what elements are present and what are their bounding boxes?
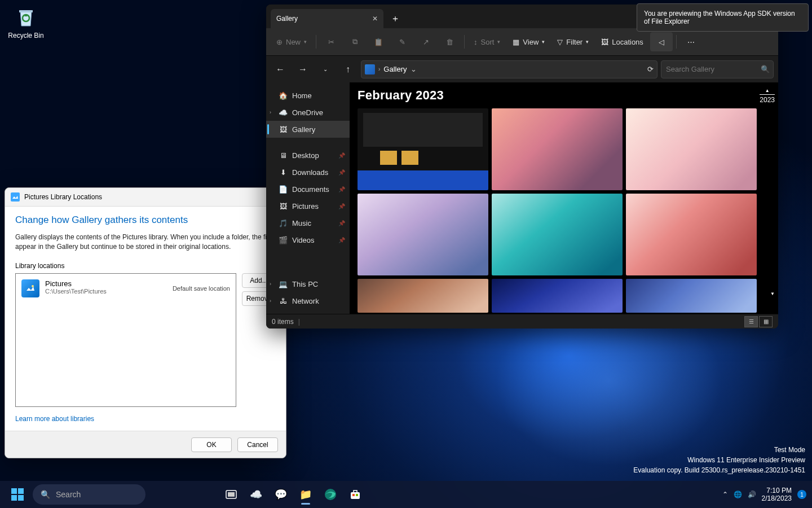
chevron-right-icon[interactable]: › [270,110,271,115]
refresh-button[interactable]: ⟳ [647,65,654,73]
pictures-icon [11,192,20,202]
svg-rect-2 [25,283,36,294]
chevron-right-icon[interactable]: › [270,298,271,304]
desktop-watermark: Test Mode Windows 11 Enterprise Insider … [633,445,805,475]
thumbnails-view-toggle[interactable]: ▦ [759,316,773,327]
search-box[interactable]: 🔍 [661,60,774,78]
file-explorer-taskbar[interactable]: 📁 [294,483,317,506]
thumbnail[interactable] [626,108,757,190]
pin-icon[interactable]: 📌 [338,203,345,209]
close-tab-icon[interactable]: ✕ [372,15,378,23]
copy-button[interactable]: ⧉ [343,32,366,51]
start-button[interactable] [6,483,29,506]
view-button[interactable]: ▦ View ▾ [507,32,550,51]
delete-button[interactable]: 🗑 [438,32,461,51]
thumbnail[interactable] [358,194,488,275]
thumbnail-grid [358,108,770,313]
svg-rect-6 [11,495,17,501]
pin-icon[interactable]: 📌 [338,237,345,243]
thumbnail[interactable] [626,279,757,313]
store-taskbar[interactable] [344,483,367,506]
triangle-up-icon[interactable]: ▲ [760,88,775,93]
clock[interactable]: 7:10 PM 2/18/2023 [762,487,792,503]
recent-button[interactable]: ⌄ [316,60,335,79]
locations-button[interactable]: 🖼 Locations [595,32,649,51]
share-button[interactable]: ↗ [414,32,437,51]
widgets-button[interactable]: ☁️ [245,483,267,506]
nav-videos[interactable]: 🎬Videos📌 [266,231,350,248]
new-tab-button[interactable]: ＋ [386,9,405,28]
language-icon[interactable]: 🌐 [734,491,742,498]
dialog-title: Pictures Library Locations [24,193,102,201]
nav-onedrive[interactable]: ›☁️OneDrive [266,104,350,121]
learn-more-link[interactable]: Learn more about libraries [15,415,276,423]
more-button[interactable]: ⋯ [680,32,703,51]
location-item[interactable]: Pictures C:\Users\Test\Pictures Default … [19,277,232,300]
weather-icon: ☁️ [250,488,262,501]
recycle-bin[interactable]: Recycle Bin [5,5,47,40]
pin-icon[interactable]: 📌 [338,220,345,226]
pc-icon: 💻 [279,279,288,288]
pin-icon[interactable]: 📌 [338,152,345,159]
tab-gallery[interactable]: Gallery ✕ [271,9,383,28]
thumbnail[interactable] [358,279,488,313]
rename-icon: ✎ [399,38,405,46]
chevron-down-icon: ▾ [542,39,545,45]
triangle-down-icon[interactable]: ▼ [770,291,775,296]
network-icon: 🖧 [279,296,288,305]
timeline-scrubber[interactable]: ▲ 2023 ▼ [760,88,775,104]
thumbnail[interactable] [492,194,623,275]
svg-rect-13 [356,494,358,496]
search-input[interactable] [666,65,761,73]
pin-icon[interactable]: 📌 [338,186,345,192]
address-dropdown-icon[interactable]: ⌄ [411,65,417,73]
nav-downloads[interactable]: ⬇Downloads📌 [266,164,350,181]
nav-pictures[interactable]: 🖼Pictures📌 [266,198,350,214]
tray-overflow[interactable]: ⌃ [722,491,728,498]
nav-documents[interactable]: 📄Documents📌 [266,181,350,198]
chat-button[interactable]: 💬 [270,483,292,506]
volume-icon[interactable]: 🔊 [748,491,756,498]
locations-listbox[interactable]: Pictures C:\Users\Test\Pictures Default … [15,273,236,407]
slideshow-icon: ◁ [659,38,664,46]
back-button[interactable]: ← [271,60,290,79]
svg-point-3 [32,285,34,287]
task-view-button[interactable] [220,483,242,506]
ok-button[interactable]: OK [191,437,232,452]
pin-icon[interactable]: 📌 [338,169,345,176]
nav-gallery[interactable]: 🖼Gallery [266,121,350,138]
nav-network[interactable]: ›🖧Network [266,292,350,309]
notification-badge[interactable]: 1 [797,490,806,499]
edge-taskbar[interactable] [319,483,342,506]
up-button[interactable]: ↑ [338,60,358,79]
thumbnail[interactable] [492,279,623,313]
breadcrumb[interactable]: Gallery [383,65,407,73]
dialog-heading: Change how Gallery gathers its contents [15,214,276,226]
address-bar[interactable]: › Gallery ⌄ ⟳ [361,60,657,78]
paste-button[interactable]: 📋 [367,32,390,51]
taskbar-search[interactable]: 🔍 Search [33,484,145,505]
forward-button[interactable]: → [293,60,312,79]
cut-button[interactable]: ✂ [320,32,342,51]
toolbar: ⊕ New ▾ ✂ ⧉ 📋 ✎ ↗ 🗑 ↕ Sort ▾ ▦ View ▾ ▽ … [266,28,778,55]
recycle-bin-icon [14,5,38,29]
new-button[interactable]: ⊕ New ▾ [271,32,312,51]
rename-button[interactable]: ✎ [391,32,413,51]
search-icon: 🔍 [761,65,770,73]
nav-desktop[interactable]: 🖥Desktop📌 [266,147,350,164]
nav-thispc[interactable]: ›💻This PC [266,275,350,292]
downloads-icon: ⬇ [279,168,288,177]
nav-home[interactable]: 🏠Home [266,87,350,104]
details-view-toggle[interactable]: ☰ [744,316,758,327]
cut-icon: ✂ [328,38,334,46]
thumbnail[interactable] [492,108,623,190]
sort-button[interactable]: ↕ Sort ▾ [468,32,506,51]
chevron-right-icon[interactable]: › [270,281,271,287]
thumbnail[interactable] [626,194,757,275]
cancel-button[interactable]: Cancel [237,437,278,452]
dialog-titlebar[interactable]: Pictures Library Locations [5,188,286,206]
nav-music[interactable]: 🎵Music📌 [266,214,350,231]
filter-button[interactable]: ▽ Filter ▾ [551,32,594,51]
slideshow-button[interactable]: ◁ [650,32,673,51]
thumbnail[interactable] [358,108,488,190]
